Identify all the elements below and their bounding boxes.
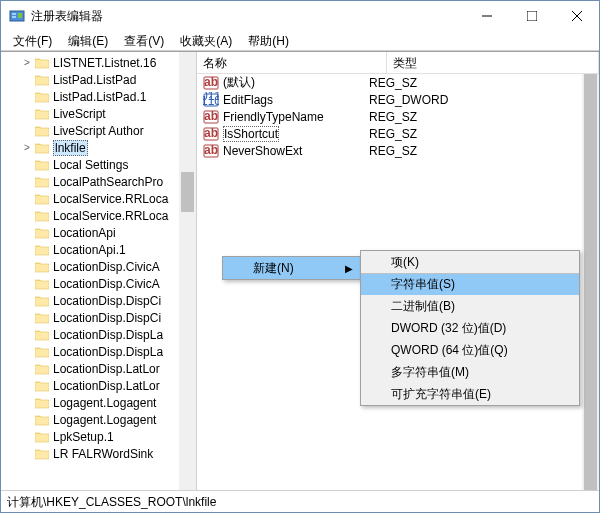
- scrollbar-thumb[interactable]: [181, 172, 194, 212]
- menu-help[interactable]: 帮助(H): [240, 31, 297, 50]
- minimize-button[interactable]: [464, 1, 509, 31]
- tree-item[interactable]: LiveScript: [1, 105, 196, 122]
- submenu-label: 多字符串值(M): [391, 364, 469, 381]
- expand-icon[interactable]: [21, 295, 33, 306]
- expand-icon[interactable]: [21, 210, 33, 221]
- expand-icon[interactable]: [21, 431, 33, 442]
- folder-icon: [35, 125, 49, 137]
- tree-item[interactable]: LocationDisp.CivicA: [1, 258, 196, 275]
- expand-icon[interactable]: [21, 346, 33, 357]
- folder-icon: [35, 295, 49, 307]
- menu-view[interactable]: 查看(V): [116, 31, 172, 50]
- expand-icon[interactable]: [21, 278, 33, 289]
- value-name: NeverShowExt: [223, 144, 302, 158]
- tree-item[interactable]: LocationDisp.DispCi: [1, 292, 196, 309]
- expand-icon[interactable]: [21, 193, 33, 204]
- expand-icon[interactable]: [21, 108, 33, 119]
- expand-icon[interactable]: [21, 261, 33, 272]
- titlebar[interactable]: 注册表编辑器: [1, 1, 599, 31]
- tree-label: LocationDisp.DispCi: [53, 311, 161, 325]
- tree-item[interactable]: LocalService.RRLoca: [1, 207, 196, 224]
- expand-icon[interactable]: [21, 414, 33, 425]
- tree-item[interactable]: LocalService.RRLoca: [1, 190, 196, 207]
- submenu-item[interactable]: 二进制值(B): [361, 295, 579, 317]
- expand-icon[interactable]: [21, 244, 33, 255]
- tree-label: lnkfile: [53, 140, 88, 156]
- tree-label: LocationApi.1: [53, 243, 126, 257]
- expand-icon[interactable]: [21, 125, 33, 136]
- tree-item[interactable]: LocationApi.1: [1, 241, 196, 258]
- expand-icon[interactable]: [21, 312, 33, 323]
- tree-scrollbar[interactable]: [179, 52, 196, 490]
- expand-icon[interactable]: [21, 91, 33, 102]
- tree-item[interactable]: LocationDisp.DispCi: [1, 309, 196, 326]
- folder-icon: [35, 244, 49, 256]
- tree-item[interactable]: LocationApi: [1, 224, 196, 241]
- list-row[interactable]: abIsShortcutREG_SZ: [197, 125, 599, 142]
- value-type: REG_DWORD: [365, 93, 452, 107]
- tree-item[interactable]: ListPad.ListPad: [1, 71, 196, 88]
- close-button[interactable]: [554, 1, 599, 31]
- submenu-item[interactable]: 字符串值(S): [361, 273, 579, 295]
- col-type[interactable]: 类型: [387, 52, 599, 73]
- tree-item[interactable]: Logagent.Logagent: [1, 411, 196, 428]
- value-name: EditFlags: [223, 93, 273, 107]
- expand-icon[interactable]: [21, 329, 33, 340]
- submenu-label: 二进制值(B): [391, 298, 455, 315]
- tree-label: LiveScript Author: [53, 124, 144, 138]
- tree-item[interactable]: >LISTNET.Listnet.16: [1, 54, 196, 71]
- tree-item[interactable]: LocationDisp.LatLor: [1, 360, 196, 377]
- expand-icon[interactable]: [21, 363, 33, 374]
- scrollbar-thumb[interactable]: [584, 74, 597, 490]
- tree-item[interactable]: Local Settings: [1, 156, 196, 173]
- tree-label: LocalPathSearchPro: [53, 175, 163, 189]
- maximize-button[interactable]: [509, 1, 554, 31]
- list-row[interactable]: ab(默认)REG_SZ: [197, 74, 599, 91]
- expand-icon[interactable]: >: [21, 57, 33, 68]
- tree-item[interactable]: LocationDisp.DispLa: [1, 326, 196, 343]
- submenu-item[interactable]: DWORD (32 位)值(D): [361, 317, 579, 339]
- expand-icon[interactable]: [21, 397, 33, 408]
- app-icon: [9, 8, 25, 24]
- value-name: IsShortcut: [223, 126, 279, 142]
- list-scrollbar[interactable]: [582, 74, 599, 490]
- tree-item[interactable]: LiveScript Author: [1, 122, 196, 139]
- list-row[interactable]: abFriendlyTypeNameREG_SZ: [197, 108, 599, 125]
- list-row[interactable]: 011110EditFlagsREG_DWORD: [197, 91, 599, 108]
- col-name[interactable]: 名称: [197, 52, 387, 73]
- value-name: (默认): [223, 74, 255, 91]
- expand-icon[interactable]: [21, 227, 33, 238]
- menu-item-new[interactable]: 新建(N) ▶: [223, 257, 361, 279]
- expand-icon[interactable]: [21, 176, 33, 187]
- menu-file[interactable]: 文件(F): [5, 31, 60, 50]
- tree-label: LocationDisp.LatLor: [53, 379, 160, 393]
- folder-icon: [35, 176, 49, 188]
- expand-icon[interactable]: [21, 448, 33, 459]
- expand-icon[interactable]: >: [21, 142, 33, 153]
- tree-item[interactable]: LpkSetup.1: [1, 428, 196, 445]
- svg-rect-5: [527, 11, 537, 21]
- submenu-label: 项(K): [391, 254, 419, 271]
- submenu-item[interactable]: QWORD (64 位)值(Q): [361, 339, 579, 361]
- expand-icon[interactable]: [21, 74, 33, 85]
- tree-item[interactable]: ListPad.ListPad.1: [1, 88, 196, 105]
- tree-pane[interactable]: >LISTNET.Listnet.16 ListPad.ListPad List…: [1, 52, 197, 490]
- tree-item[interactable]: >lnkfile: [1, 139, 196, 156]
- expand-icon[interactable]: [21, 380, 33, 391]
- tree-item[interactable]: LR FALRWordSink: [1, 445, 196, 462]
- expand-icon[interactable]: [21, 159, 33, 170]
- tree-label: LocationDisp.DispLa: [53, 345, 163, 359]
- tree-item[interactable]: LocalPathSearchPro: [1, 173, 196, 190]
- tree-item[interactable]: Logagent.Logagent: [1, 394, 196, 411]
- menu-favorites[interactable]: 收藏夹(A): [172, 31, 240, 50]
- list-row[interactable]: abNeverShowExtREG_SZ: [197, 142, 599, 159]
- submenu-item[interactable]: 多字符串值(M): [361, 361, 579, 383]
- submenu-item[interactable]: 可扩充字符串值(E): [361, 383, 579, 405]
- menu-edit[interactable]: 编辑(E): [60, 31, 116, 50]
- tree-item[interactable]: LocationDisp.DispLa: [1, 343, 196, 360]
- tree-item[interactable]: LocationDisp.LatLor: [1, 377, 196, 394]
- submenu-item[interactable]: 项(K): [361, 251, 579, 273]
- tree-item[interactable]: LocationDisp.CivicA: [1, 275, 196, 292]
- svg-text:ab: ab: [204, 143, 218, 157]
- submenu-label: 字符串值(S): [391, 276, 455, 293]
